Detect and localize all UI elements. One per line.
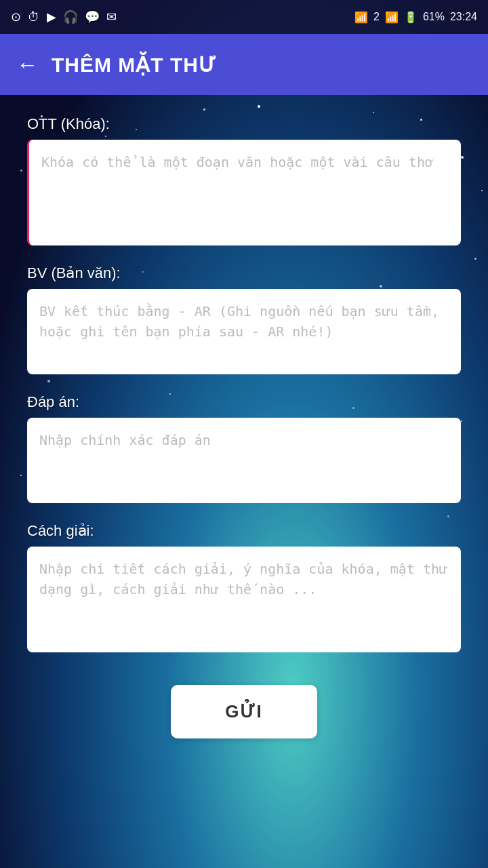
label-bv: BV (Bản văn):: [27, 264, 461, 282]
field-group-cachgiai: Cách giải:: [27, 522, 461, 655]
mail-icon: ✉: [106, 9, 117, 24]
input-dapan[interactable]: [27, 418, 461, 503]
headphone-icon: 🎧: [63, 9, 78, 24]
label-ott: OTT (Khóa):: [27, 115, 461, 133]
submit-button[interactable]: GỬI: [171, 685, 317, 738]
label-dapan: Đáp án:: [27, 393, 461, 411]
input-bv[interactable]: [27, 289, 461, 374]
app-bar: ← THÊM MẶT THƯ: [0, 34, 488, 95]
time-display: 23:24: [450, 11, 477, 23]
status-right: 📶 2 📶 🔋 61% 23:24: [354, 11, 477, 24]
sim-indicator: 2: [373, 11, 380, 23]
status-icons-left: ⊙ ⏱ ▶ 🎧 💬 ✉: [11, 9, 117, 24]
wechat-icon: 💬: [85, 9, 100, 24]
battery-percent: 61%: [423, 11, 445, 23]
label-cachgiai: Cách giải:: [27, 522, 461, 540]
field-group-bv: BV (Bản văn):: [27, 264, 461, 377]
page-title: THÊM MẶT THƯ: [52, 53, 217, 77]
clock-icon: ⏱: [28, 10, 40, 24]
form-content: OTT (Khóa): BV (Bản văn): Đáp án: Cách g…: [0, 95, 488, 759]
circle-icon: ⊙: [11, 9, 21, 24]
submit-wrapper: GỬI: [27, 685, 461, 738]
wifi-icon: 📶: [354, 11, 368, 24]
signal-icon: 📶: [385, 11, 399, 24]
input-cachgiai[interactable]: [27, 547, 461, 652]
battery-icon: 🔋: [404, 11, 418, 24]
status-bar: ⊙ ⏱ ▶ 🎧 💬 ✉ 📶 2 📶 🔋 61% 23:24: [0, 0, 488, 34]
input-ott[interactable]: [27, 140, 461, 245]
field-group-ott: OTT (Khóa):: [27, 115, 461, 248]
back-button[interactable]: ←: [16, 54, 38, 75]
youtube-icon: ▶: [47, 9, 56, 24]
field-group-dapan: Đáp án:: [27, 393, 461, 506]
